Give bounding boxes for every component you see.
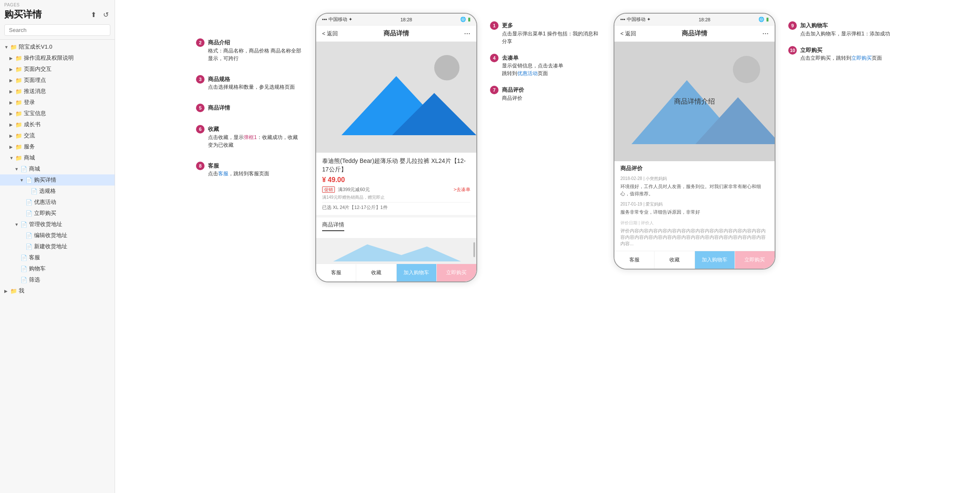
sidebar-item-label: 陪宝成长V1.0 [19,43,111,51]
phone1-promo-link[interactable]: >去凑单 [454,186,470,193]
review-item-2: 2017-01-19 | 爱宝妈妈 服务非常专业，详细告诉原因，非常好 [620,201,769,216]
annotation-body-10: 立即购买 点击立即购买，跳转到立即购买页面 [800,46,882,62]
phone1-promo-label: 促销 [322,186,335,193]
sidebar-item-cart[interactable]: 📄购物车 [0,263,115,274]
phone1-price: ¥ 49.00 [322,176,470,184]
annotation-badge-2: 2 [196,38,205,47]
sidebar-item-customer-service[interactable]: 📄客服 [0,252,115,263]
sidebar-item-service[interactable]: ▶📁服务 [0,141,115,152]
sidebar-item-buy-now[interactable]: 📄立即购买 [0,208,115,219]
main-content: 2 商品介绍 格式：商品名称，商品价格 商品名称全部显示，可跨行 3 商品规格 … [115,0,980,493]
sidebar-item-manage-address[interactable]: ▼📄管理收货地址 [0,219,115,230]
sidebar-item-edit-address[interactable]: 📄编辑收货地址 [0,230,115,241]
sidebar-item-me[interactable]: ▶📁我 [0,285,115,296]
sidebar-item-promo[interactable]: 📄优惠活动 [0,197,115,208]
sidebar-item-growth[interactable]: ▶📁成长书 [0,119,115,130]
phone2-buy-button[interactable]: 立即购买 [735,251,775,269]
annotation-mid-7: 7 商品评价 商品评价 [490,86,601,102]
phone1-time: 18:28 [401,17,412,22]
sidebar-item-push[interactable]: ▶📁推送消息 [0,86,115,97]
phone2-action-bar: 客服 收藏 加入购物车 立即购买 [614,251,775,269]
chevron-icon: ▶ [9,145,15,149]
svg-point-1 [434,55,459,80]
phone1-selected-spec[interactable]: 已选 XL 24片【12-17公斤】1件 [322,202,470,212]
chevron-icon: ▶ [9,89,15,94]
sidebar-item-label: 管理收货地址 [29,220,111,228]
annotation-left-8: 8 客服 点击客服，跳转到客服页面 [196,162,303,178]
sidebar-item-label: 选规格 [39,187,111,195]
sidebar-item-mall-sub[interactable]: ▼📄商城 [0,163,115,174]
export-button[interactable]: ⬆ [89,10,98,20]
refresh-button[interactable]: ↺ [101,10,110,20]
chevron-icon: ▶ [9,133,15,138]
sidebar-item-baby-info[interactable]: ▶📁宝宝信息 [0,108,115,119]
annotation-badge-1: 1 [490,21,499,30]
annotation-body-6: 收藏 点击收藏，显示弹框1：收藏成功，收藏变为已收藏 [208,125,303,149]
phone1-more-button[interactable]: ··· [433,29,470,38]
phone1-promo-row: 促销 满399元减60元 >去凑单 [322,186,470,193]
chevron-icon: ▼ [20,178,26,183]
customer-service-link[interactable]: 客服 [218,171,228,177]
chevron-icon: ▼ [14,222,20,227]
sidebar-item-label: 购物车 [29,265,111,273]
content-wrapper: 2 商品介绍 格式：商品名称，商品价格 商品名称全部显示，可跨行 3 商品规格 … [187,9,908,287]
sidebar-item-select-spec[interactable]: 📄选规格 [0,186,115,197]
sidebar-item-ops[interactable]: ▶📁操作流程及权限说明 [0,52,115,64]
phone1-product-image [316,42,476,153]
phone2: ▪▪▪ 中国移动 ✦ 18:28 🌐 ▮ < 返回 商品详情 ··· [614,13,775,270]
phone2-cart-button[interactable]: 加入购物车 [695,251,735,269]
phone2-product-image: 商品详情介绍 [614,42,775,161]
phone1-promo-sub: 满149元即赠热销商品，赠完即止 [322,194,470,200]
phone1-customer-service-button[interactable]: 客服 [316,264,356,281]
phone1-mockup: ▪▪▪ 中国移动 ✦ 18:28 🌐 ▮ < 返回 商品详情 ··· [315,13,477,282]
review-footer: 评价日期 | 评价人 [620,220,769,226]
sidebar-item-exchange[interactable]: ▶📁交流 [0,130,115,141]
sidebar-item-page-interact[interactable]: ▶📁页面内交互 [0,64,115,75]
sidebar-item-root[interactable]: ▼📁陪宝成长V1.0 [0,41,115,52]
sidebar-item-label: 页面埋点 [24,76,111,84]
phone2-collect-button[interactable]: 收藏 [654,251,695,269]
annotation-body-1: 更多 点击显示弹出菜单1 操作包括：我的消息和分享 [502,21,601,45]
phone1: ▪▪▪ 中国移动 ✦ 18:28 🌐 ▮ < 返回 商品详情 ··· [315,13,477,282]
sidebar-item-label: 交流 [24,132,111,139]
sidebar-item-mall[interactable]: ▼📁商城 [0,152,115,163]
annotation-body-2: 商品介绍 格式：商品名称，商品价格 商品名称全部显示，可跨行 [208,38,303,62]
sidebar-item-label: 新建收货地址 [34,243,111,250]
annotation-body-3: 商品规格 点击选择规格和数量，参见选规格页面 [208,75,295,91]
review-long-text: 评价内容内容内容内容内容内容内容内容内容内容内容内容内容内容内容内容内容内容内容… [620,228,769,247]
phone1-cart-button[interactable]: 加入购物车 [397,264,437,281]
phone1-collect-button[interactable]: 收藏 [356,264,396,281]
chevron-icon: ▶ [9,100,15,105]
sidebar-item-new-address[interactable]: 📄新建收货地址 [0,241,115,252]
buy-now-link[interactable]: 立即购买 [851,55,872,61]
phone1-back-button[interactable]: < 返回 [322,30,359,38]
phone1-detail-tab: 商品详情 [316,218,476,238]
sidebar-item-label: 推送消息 [24,87,111,95]
phone2-back-button[interactable]: < 返回 [620,30,657,38]
phone2-customer-service-button[interactable]: 客服 [614,251,654,269]
annotation-far-9: 9 加入购物车 点击加入购物车，显示弹框1：添加成功 [788,21,899,38]
phone2-nav-title: 商品详情 [657,29,732,38]
sidebar-item-label: 登录 [24,99,111,106]
chevron-icon: ▶ [9,78,15,83]
annotation-body-7: 商品评价 商品评价 [502,86,524,102]
chevron-icon: ▼ [14,167,20,171]
sidebar-item-label: 商城 [24,154,111,162]
phone2-reviews: 商品评价 2018-02-28 | 小突然妈妈 环境很好，工作人员对人友善，服务… [614,161,775,251]
sidebar-item-filter[interactable]: 📄筛选 [0,274,115,285]
sidebar-item-purchase-detail[interactable]: ▼📄购买详情 [0,174,115,186]
annotation-mid-4: 4 去凑单 显示促销信息，点击去凑单跳转到优惠活动页面 [490,54,601,78]
sidebar-item-page-point[interactable]: ▶📁页面埋点 [0,75,115,86]
annotation-body-5: 商品详情 [208,104,230,112]
phone1-scroll-area [316,238,476,264]
phone1-detail-tab-label[interactable]: 商品详情 [322,221,344,231]
scroll-thumb [473,242,475,257]
annotation-left-6: 6 收藏 点击收藏，显示弹框1：收藏成功，收藏变为已收藏 [196,125,303,149]
phone2-more-button[interactable]: ··· [732,29,769,38]
search-input[interactable] [4,24,110,36]
sidebar-item-login[interactable]: ▶📁登录 [0,97,115,108]
promo-activity-link[interactable]: 优惠活动 [517,70,538,76]
sidebar-item-label: 服务 [24,143,111,151]
phone1-buy-button[interactable]: 立即购买 [437,264,476,281]
annotation-far-10: 10 立即购买 点击立即购买，跳转到立即购买页面 [788,46,899,62]
